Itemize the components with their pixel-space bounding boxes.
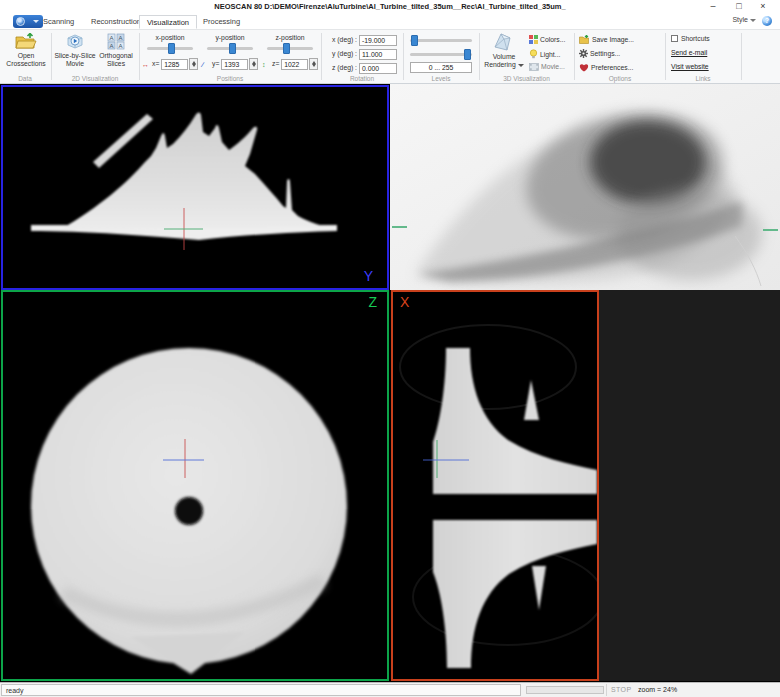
group-label-2d-visualization: 2D Visualization bbox=[52, 75, 138, 82]
visit-website-link[interactable]: Visit website bbox=[671, 63, 709, 70]
z-axis-icon: ↕ bbox=[262, 61, 272, 68]
preferences-button[interactable]: Preferences... bbox=[579, 63, 633, 72]
movie-button[interactable]: Movie... bbox=[529, 63, 565, 71]
send-email-link[interactable]: Send e-mail bbox=[671, 49, 707, 56]
orthogonal-slices-label: Orthogonal Slices bbox=[99, 52, 133, 67]
colors-button[interactable]: Colors... bbox=[529, 35, 565, 44]
light-label: Light... bbox=[540, 51, 560, 58]
save-image-button[interactable]: Save Image... bbox=[579, 35, 634, 44]
window-title: NEOSCAN 80 D:\DEMO\Firenze\AluTurbine\Al… bbox=[0, 2, 780, 11]
slice-movie-icon bbox=[65, 33, 85, 50]
rotation-x-label: x (deg) : bbox=[325, 36, 357, 43]
orthogonal-slices-button[interactable]: A A A A Orthogonal Slices bbox=[96, 32, 136, 68]
y-position-title: y-position bbox=[202, 34, 258, 41]
maximize-icon[interactable]: □ bbox=[730, 0, 748, 13]
empty-panel bbox=[599, 290, 780, 681]
movie-icon bbox=[529, 63, 539, 71]
rotation-z-value[interactable]: 0.000 bbox=[359, 63, 397, 74]
app-logo-icon bbox=[16, 17, 25, 26]
levels-min-handle[interactable] bbox=[411, 35, 418, 46]
orthogonal-slices-icon: A A A A bbox=[107, 33, 125, 50]
light-button[interactable]: Light... bbox=[529, 49, 560, 59]
group-separator bbox=[51, 33, 52, 80]
group-label-data: Data bbox=[0, 75, 50, 82]
y-position-value[interactable]: 1393 bbox=[221, 59, 248, 70]
levels-range-value[interactable]: 0 ... 255 bbox=[410, 62, 472, 73]
tab-scanning[interactable]: Scanning bbox=[36, 15, 81, 29]
x-position-slider[interactable] bbox=[147, 47, 193, 50]
rotation-y-label: y (deg) : bbox=[325, 50, 357, 57]
open-crossections-icon bbox=[15, 33, 37, 50]
colors-icon bbox=[529, 35, 538, 44]
ribbon-tab-strip: Scanning Reconstruction Visualization Pr… bbox=[0, 14, 780, 30]
group-label-3d-visualization: 3D Visualization bbox=[480, 75, 573, 82]
light-icon bbox=[529, 49, 538, 59]
colors-label: Colors... bbox=[540, 36, 565, 43]
x-position-title: x-position bbox=[142, 34, 198, 41]
projection-view[interactable] bbox=[390, 84, 780, 290]
preferences-icon bbox=[579, 63, 589, 72]
settings-button[interactable]: Settings... bbox=[579, 49, 620, 58]
group-separator bbox=[741, 33, 742, 80]
rotation-x-value[interactable]: -19.000 bbox=[359, 35, 397, 46]
y-slice-view[interactable]: Y bbox=[1, 85, 389, 290]
z-position-value[interactable]: 1022 bbox=[281, 59, 308, 70]
rotation-z-label: z (deg) : bbox=[325, 64, 357, 71]
x-position-control: ↔x= 1285 bbox=[142, 58, 198, 70]
style-dropdown[interactable]: Style bbox=[732, 16, 756, 23]
y-position-stepper[interactable] bbox=[249, 58, 258, 70]
y-position-slider[interactable] bbox=[207, 47, 253, 50]
rotation-y-value[interactable]: 11.000 bbox=[359, 49, 397, 60]
z-slice-view[interactable]: Z bbox=[1, 290, 389, 681]
tab-processing[interactable]: Processing bbox=[196, 15, 247, 29]
levels-min-slider[interactable] bbox=[410, 39, 472, 42]
tab-visualization[interactable]: Visualization bbox=[139, 15, 197, 29]
minimize-icon[interactable]: – bbox=[704, 0, 722, 13]
x-slice-image bbox=[393, 292, 597, 679]
open-crossections-button[interactable]: Open Crossections bbox=[4, 32, 48, 68]
z-axis-label: Z bbox=[368, 294, 377, 310]
stop-button[interactable]: STOP bbox=[611, 686, 632, 693]
shortcuts-checkbox[interactable] bbox=[671, 35, 678, 42]
svg-text:A: A bbox=[109, 43, 113, 49]
settings-label: Settings... bbox=[590, 50, 620, 57]
slice-by-slice-movie-button[interactable]: Slice-by-Slice Movie bbox=[54, 32, 96, 68]
title-bar: NEOSCAN 80 D:\DEMO\Firenze\AluTurbine\Al… bbox=[0, 0, 780, 14]
rotation-z-row: z (deg) :0.000 bbox=[325, 63, 397, 74]
close-icon[interactable]: × bbox=[754, 0, 772, 13]
group-label-links: Links bbox=[666, 75, 740, 82]
z-slice-image bbox=[3, 292, 387, 679]
z-position-slider[interactable] bbox=[267, 47, 313, 50]
x-position-slider-handle[interactable] bbox=[168, 43, 175, 54]
rotation-y-row: y (deg) :11.000 bbox=[325, 49, 397, 60]
zoom-level: zoom = 24% bbox=[638, 686, 677, 693]
volume-rendering-label: Volume Rendering bbox=[484, 53, 515, 68]
status-message: ready bbox=[1, 684, 521, 696]
progress-bar bbox=[526, 686, 604, 694]
shortcuts-label: Shortcuts bbox=[681, 35, 710, 42]
x-prefix: x= bbox=[152, 60, 159, 67]
save-image-label: Save Image... bbox=[592, 36, 634, 43]
save-image-icon bbox=[579, 35, 590, 44]
group-separator bbox=[665, 33, 666, 80]
y-axis-icon: ∕ bbox=[202, 61, 212, 68]
x-position-value[interactable]: 1285 bbox=[161, 59, 188, 70]
group-label-rotation: Rotation bbox=[322, 75, 402, 82]
visit-website-label: Visit website bbox=[671, 63, 709, 70]
help-icon[interactable]: ? bbox=[762, 16, 772, 26]
z-position-stepper[interactable] bbox=[309, 58, 318, 70]
x-position-stepper[interactable] bbox=[189, 58, 198, 70]
z-position-title: z-position bbox=[262, 34, 318, 41]
group-label-positions: Positions bbox=[140, 75, 320, 82]
group-separator bbox=[574, 33, 575, 80]
levels-max-handle[interactable] bbox=[464, 49, 471, 60]
volume-rendering-button[interactable]: Volume Rendering bbox=[482, 32, 526, 69]
group-label-levels: Levels bbox=[404, 75, 478, 82]
shortcuts-checkbox-row[interactable]: Shortcuts bbox=[671, 35, 710, 42]
y-position-slider-handle[interactable] bbox=[229, 43, 236, 54]
group-separator bbox=[403, 33, 404, 80]
z-position-slider-handle[interactable] bbox=[283, 43, 290, 54]
x-slice-view[interactable]: X bbox=[391, 290, 599, 681]
z-position-control: ↕z= 1022 bbox=[262, 58, 318, 70]
levels-max-slider[interactable] bbox=[410, 53, 472, 56]
